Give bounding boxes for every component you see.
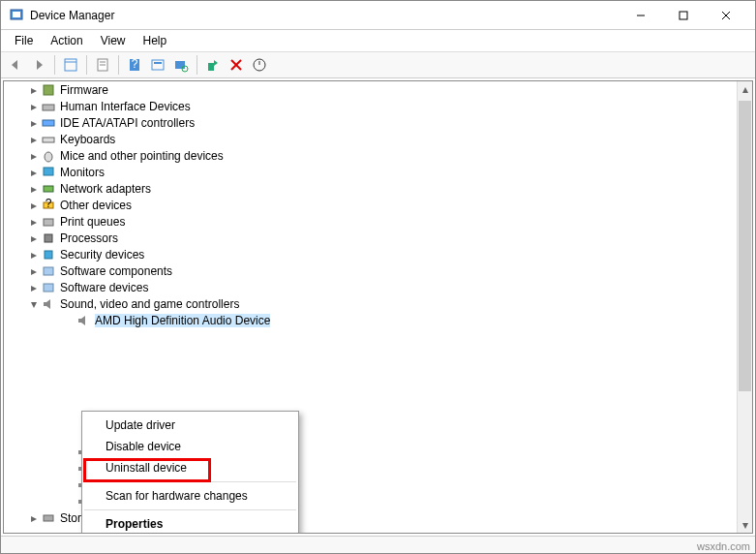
tree-item-label: Software devices	[60, 281, 148, 294]
ctx-uninstall-device[interactable]: Uninstall device	[82, 457, 298, 478]
menu-help[interactable]: Help	[136, 32, 175, 49]
svg-rect-24	[43, 138, 54, 142]
ctx-disable-device[interactable]: Disable device	[82, 436, 298, 457]
tree-item[interactable]: ▸Processors	[4, 230, 737, 246]
svg-rect-22	[43, 105, 54, 110]
expand-icon[interactable]: ▾	[27, 297, 41, 311]
device-icon	[41, 296, 56, 312]
tree-item[interactable]: ▸Firmware	[4, 81, 737, 98]
device-icon	[41, 115, 56, 131]
show-hide-tree-button[interactable]	[60, 54, 81, 76]
tree-item-label: Keyboards	[60, 133, 115, 146]
help-button[interactable]: ?	[124, 54, 145, 76]
scroll-thumb[interactable]	[739, 101, 751, 391]
expand-icon[interactable]: ▸	[27, 166, 41, 179]
svg-rect-31	[45, 234, 52, 242]
device-manager-window: Device Manager File Action View Help ? ▸…	[0, 0, 756, 554]
separator	[86, 55, 87, 75]
expand-icon[interactable]: ▸	[27, 149, 41, 163]
device-icon	[41, 510, 56, 526]
tree-item-label: Security devices	[60, 248, 144, 262]
expand-icon[interactable]: ▸	[27, 231, 41, 245]
svg-rect-34	[44, 284, 53, 292]
device-icon	[41, 99, 56, 114]
svg-rect-33	[44, 267, 53, 275]
tree-item[interactable]: ▸Monitors	[4, 164, 737, 180]
maximize-button[interactable]	[662, 2, 705, 29]
expand-icon[interactable]: ▸	[27, 83, 41, 97]
device-icon	[41, 214, 56, 230]
update-driver-button[interactable]	[202, 54, 224, 76]
action-button[interactable]	[147, 54, 168, 76]
svg-rect-14	[154, 62, 162, 64]
expand-icon[interactable]: ▸	[27, 215, 41, 229]
scan-button[interactable]	[170, 54, 192, 76]
svg-rect-1	[13, 12, 20, 17]
tree-item[interactable]: ▸IDE ATA/ATAPI controllers	[4, 114, 737, 131]
expand-icon[interactable]: ▸	[27, 182, 41, 196]
scroll-down-arrow[interactable]: ▾	[738, 517, 752, 533]
toolbar: ?	[1, 51, 755, 78]
device-icon	[41, 148, 56, 164]
tree-item[interactable]: AMD High Definition Audio Device	[4, 312, 737, 328]
expand-icon[interactable]: ▸	[27, 264, 41, 278]
svg-point-25	[45, 152, 52, 162]
tree-item-label: IDE ATA/ATAPI controllers	[60, 116, 195, 130]
menu-view[interactable]: View	[93, 32, 134, 49]
expand-icon[interactable]: ▸	[27, 248, 41, 262]
tree-item[interactable]: ▸?Other devices	[4, 197, 737, 213]
menu-action[interactable]: Action	[43, 32, 90, 49]
tree-item[interactable]: ▸Network adapters	[4, 180, 737, 197]
svg-rect-15	[175, 61, 185, 69]
menu-file[interactable]: File	[7, 32, 41, 49]
menubar: File Action View Help	[1, 30, 755, 51]
forward-button[interactable]	[28, 54, 49, 76]
tree-item[interactable]: ▾Sound, video and game controllers	[4, 295, 737, 312]
svg-rect-35	[44, 515, 53, 521]
expand-icon[interactable]: ▸	[27, 116, 41, 130]
tree-item[interactable]: ▸Mice and other pointing devices	[4, 147, 737, 164]
tree-item-label: Print queues	[60, 215, 125, 229]
svg-rect-13	[152, 60, 164, 70]
uninstall-button[interactable]	[226, 54, 247, 76]
expand-icon[interactable]: ▸	[27, 199, 41, 212]
device-icon	[41, 247, 56, 262]
device-icon	[41, 82, 56, 98]
content-area: ▸Firmware▸Human Interface Devices▸IDE AT…	[3, 80, 753, 534]
expand-icon[interactable]: ▸	[27, 281, 41, 294]
device-icon	[76, 313, 91, 328]
ctx-update-driver[interactable]: Update driver	[82, 415, 298, 436]
tree-item[interactable]: ▸Keyboards	[4, 131, 737, 147]
expand-icon[interactable]: ▸	[27, 511, 41, 525]
vertical-scrollbar[interactable]: ▴ ▾	[737, 81, 752, 533]
device-icon	[41, 165, 56, 180]
ctx-properties[interactable]: Properties	[82, 513, 298, 534]
tree-item-label: Other devices	[60, 199, 132, 212]
properties-button[interactable]	[92, 54, 113, 76]
tree-item-label: Network adapters	[60, 182, 151, 196]
svg-text:?: ?	[45, 198, 52, 210]
expand-icon[interactable]: ▸	[27, 100, 41, 113]
tree-item[interactable]: ▸Software components	[4, 262, 737, 279]
ctx-scan-hardware[interactable]: Scan for hardware changes	[82, 485, 298, 507]
scroll-up-arrow[interactable]: ▴	[738, 81, 752, 97]
minimize-button[interactable]	[620, 2, 662, 29]
tree-item[interactable]: ▸Software devices	[4, 279, 737, 295]
separator	[54, 55, 55, 75]
device-icon	[41, 132, 56, 147]
tree-item[interactable]: ▸Print queues	[4, 213, 737, 230]
device-icon: ?	[41, 198, 56, 213]
back-button[interactable]	[5, 54, 26, 76]
watermark: wsxdn.com	[697, 540, 750, 552]
tree-item[interactable]: ▸Security devices	[4, 246, 737, 262]
disable-button[interactable]	[249, 54, 270, 76]
expand-icon[interactable]: ▸	[27, 133, 41, 146]
svg-rect-6	[65, 59, 76, 71]
tree-item-label: Human Interface Devices	[60, 100, 191, 113]
tree-item-label: Processors	[60, 231, 118, 245]
close-button[interactable]	[705, 2, 747, 29]
tree-item[interactable]: ▸Human Interface Devices	[4, 98, 737, 114]
svg-rect-21	[44, 85, 53, 95]
context-menu: Update driver Disable device Uninstall d…	[81, 411, 299, 534]
ctx-separator	[84, 509, 296, 510]
